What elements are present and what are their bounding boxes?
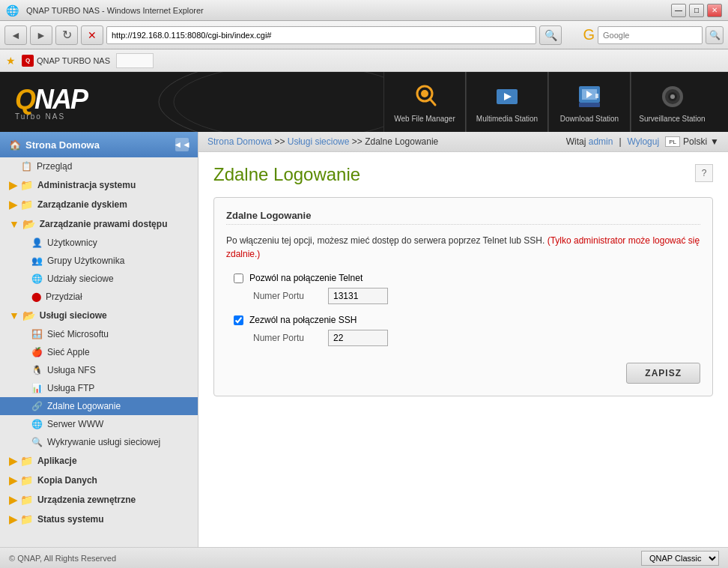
theme-selector[interactable]: QNAP Classic — [641, 551, 719, 566]
copyright-text: © QNAP, All Rights Reserved — [9, 554, 116, 563]
admin-greeting: Witaj admin — [566, 136, 613, 147]
przydział-label: Przydział — [46, 291, 82, 302]
svg-line-4 — [430, 99, 435, 105]
sidebar-item-usluga-ftp[interactable]: 📊 Usługa FTP — [0, 379, 198, 397]
language-selector[interactable]: PL Polski ▼ — [665, 136, 719, 147]
apple-icon: 🍎 — [31, 347, 43, 357]
minimize-button[interactable]: — — [671, 4, 686, 17]
telnet-checkbox[interactable] — [234, 274, 243, 283]
breadcrumb-current: Zdalne Logowanie — [365, 136, 438, 147]
browser-title: QNAP TURBO NAS - Windows Internet Explor… — [26, 6, 667, 15]
kopia-folder-icon: ▶ 📁 — [9, 474, 33, 486]
browser-icon: 🌐 — [6, 4, 19, 16]
sidebar-item-urzadzenia-zewnetrzne[interactable]: ▶ 📁 Urządzenia zewnętrzne — [0, 490, 198, 510]
header-icons: Web File Manager Multimedia Station — [383, 72, 713, 132]
zdalne-label: Zdalne Logowanie — [47, 401, 121, 411]
ssh-port-input[interactable] — [328, 330, 388, 346]
sidebar-item-przydział[interactable]: ⬤ Przydział — [0, 288, 198, 306]
aplikacje-folder-icon: ▶ 📁 — [9, 455, 33, 467]
przeglad-label: Przegląd — [37, 161, 72, 172]
download-station-icon[interactable]: Download Station — [548, 72, 631, 132]
sidebar-item-administracja[interactable]: ▶ 📁 Administracja systemu — [0, 175, 198, 195]
browser-toolbar: ◄ ► ↻ ✕ 🔍 G 🔍 — [0, 21, 728, 49]
bookmark-star[interactable]: ★ — [6, 55, 16, 67]
ds-label: Download Station — [560, 115, 619, 123]
sidebar-item-serwer-www[interactable]: 🌐 Serwer WWW — [0, 415, 198, 433]
svg-rect-11 — [595, 94, 598, 98]
ssh-checkbox-label: Zezwól na połączenie SSH — [249, 315, 357, 325]
uzytkownicy-label: Użytkownicy — [47, 238, 97, 248]
multimedia-station-icon[interactable]: Multimedia Station — [466, 72, 548, 132]
address-input[interactable] — [106, 26, 536, 44]
search-input[interactable] — [598, 26, 703, 44]
sidebar-item-udzialy[interactable]: 🌐 Udziały sieciowe — [0, 270, 198, 288]
telnet-checkbox-label: Pozwól na połączenie Telnet — [249, 273, 363, 283]
sidebar-item-uzytkownicy[interactable]: 👤 Użytkownicy — [0, 234, 198, 252]
status-label: Status systemu — [37, 514, 104, 525]
sidebar-item-aplikacje[interactable]: ▶ 📁 Aplikacje — [0, 451, 198, 471]
breadcrumb-home[interactable]: Strona Domowa — [207, 136, 272, 147]
kopia-label: Kopia Danych — [37, 475, 97, 486]
sidebar-item-uslugi-sieciowe[interactable]: ▼ 📂 Usługi sieciowe — [0, 306, 198, 325]
bookmark-input[interactable] — [116, 53, 154, 68]
sidebar-collapse-button[interactable]: ◄◄ — [175, 138, 189, 151]
sidebar-item-siec-microsoftu[interactable]: 🪟 Sieć Microsoftu — [0, 325, 198, 343]
aplikacje-label: Aplikacje — [37, 456, 77, 466]
bookmark-label: QNAP TURBO NAS — [37, 56, 110, 65]
nfs-icon: 🐧 — [31, 365, 43, 375]
grupy-label: Grupy Użytkownika — [47, 256, 124, 266]
web-file-manager-icon[interactable]: Web File Manager — [383, 72, 466, 132]
uzytkownicy-icon: 👤 — [31, 238, 43, 248]
sidebar-header-label: Strona Domowa — [25, 139, 100, 151]
urzadzenia-label: Urządzenia zewnętrzne — [37, 495, 136, 505]
refresh-button[interactable]: ↻ — [55, 25, 78, 45]
bookmark-qnap[interactable]: Q QNAP TURBO NAS — [22, 55, 110, 67]
sidebar-item-siec-apple[interactable]: 🍎 Sieć Apple — [0, 343, 198, 361]
bookmarks-bar: ★ Q QNAP TURBO NAS — [0, 49, 728, 72]
sidebar-item-zarzadzanie-dyskiem[interactable]: ▶ 📁 Zarządzanie dyskiem — [0, 195, 198, 214]
sidebar-item-kopia-danych[interactable]: ▶ 📁 Kopia Danych — [0, 471, 198, 490]
administracja-label: Administracja systemu — [37, 180, 136, 190]
status-right: QNAP Classic — [641, 551, 719, 566]
surveillance-station-icon[interactable]: Surveillance Station — [631, 72, 713, 132]
google-icon: G — [583, 26, 595, 43]
ms-icon-img — [492, 82, 522, 112]
forward-button[interactable]: ► — [30, 25, 52, 45]
svg-rect-9 — [579, 103, 600, 107]
uslugi-folder-icon: ▼ 📂 — [9, 309, 35, 321]
go-button[interactable]: 🔍 — [539, 25, 562, 45]
sidebar-item-zdalne-logowanie[interactable]: 🔗 Zdalne Logowanie — [0, 397, 198, 415]
ms-label: Multimedia Station — [476, 115, 538, 123]
lang-arrow: ▼ — [710, 136, 719, 147]
save-button[interactable]: ZAPISZ — [626, 363, 700, 384]
breadcrumb-uslugi[interactable]: Usługi sieciowe — [288, 136, 350, 147]
sidebar-item-przeglad[interactable]: 📋 Przegląd — [0, 157, 198, 175]
ftp-label: Usługa FTP — [47, 383, 94, 393]
ssh-checkbox[interactable] — [234, 315, 243, 325]
help-icon[interactable]: ? — [695, 164, 713, 182]
sidebar-item-wykrywanie[interactable]: 🔍 Wykrywanie usługi sieciowej — [0, 433, 198, 451]
back-button[interactable]: ◄ — [4, 25, 27, 45]
sidebar-item-status-systemu[interactable]: ▶ 📁 Status systemu — [0, 510, 198, 529]
wfm-label: Web File Manager — [394, 115, 455, 123]
page-title: Zdalne Logowanie — [213, 164, 713, 185]
close-button[interactable]: ✕ — [707, 4, 722, 17]
logout-link[interactable]: Wyloguj — [628, 136, 660, 147]
sidebar-item-zarzadzanie-prawami[interactable]: ▼ 📂 Zarządzanie prawami dostępu — [0, 214, 198, 234]
breadcrumb-sep1: >> — [274, 136, 287, 147]
svg-point-1 — [174, 72, 383, 132]
telnet-port-label: Numer Portu — [253, 291, 328, 301]
maximize-button[interactable]: □ — [689, 4, 704, 17]
sidebar-item-grupy[interactable]: 👥 Grupy Użytkownika — [0, 252, 198, 270]
sidebar-item-usluga-nfs[interactable]: 🐧 Usługa NFS — [0, 361, 198, 379]
page-content: Zdalne Logowanie ? Zdalne Logowanie Po w… — [198, 152, 728, 547]
ss-icon-img — [658, 82, 688, 112]
search-go-button[interactable]: 🔍 — [706, 26, 724, 44]
stop-button[interactable]: ✕ — [81, 25, 103, 45]
wykrywanie-label: Wykrywanie usługi sieciowej — [47, 437, 160, 447]
nfs-label: Usługa NFS — [47, 365, 96, 375]
telnet-port-input[interactable] — [328, 288, 388, 304]
svg-point-15 — [670, 94, 675, 99]
apple-label: Sieć Apple — [47, 347, 90, 357]
description-text: Po włączeniu tej opcji, możesz mieć dost… — [226, 234, 700, 261]
